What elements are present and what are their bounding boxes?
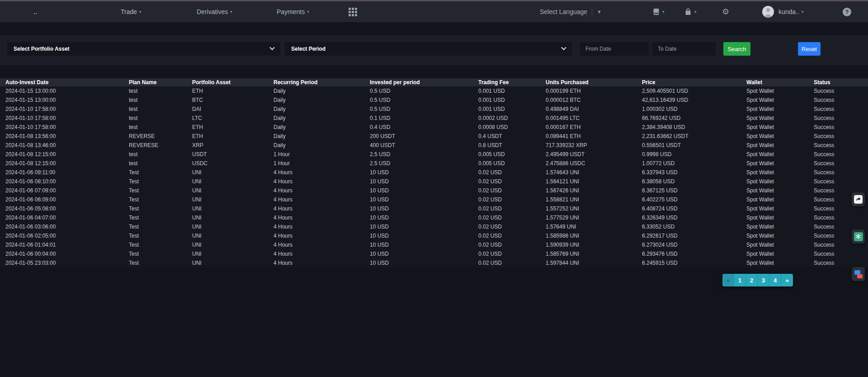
help-icon: ? bbox=[843, 8, 851, 16]
nav-item-trade-label: Trade bbox=[121, 8, 137, 15]
cell-auto-invest-date: 2024-01-08 13:46:00 bbox=[5, 142, 129, 148]
table-row: 2024-01-06 07:09:00 Test UNI 4 Hours 10 … bbox=[0, 186, 868, 195]
logo[interactable]: .. bbox=[33, 1, 38, 22]
cell-trading-fee: 0.8 USDT bbox=[478, 142, 546, 148]
cell-portfolio-asset: BTC bbox=[192, 97, 274, 103]
table-body: 2024-01-15 13:00:00 test ETH Daily 0.5 U… bbox=[0, 86, 868, 267]
separator bbox=[592, 8, 592, 15]
apps-grid-button[interactable] bbox=[349, 1, 357, 22]
col-invested-per-period: Invested per period bbox=[370, 79, 478, 86]
search-button[interactable]: Search bbox=[723, 42, 750, 56]
cell-plan-name: Test bbox=[129, 224, 192, 230]
cell-invested-per-period: 2.5 USD bbox=[370, 160, 478, 167]
cell-trading-fee: 0.0002 USD bbox=[478, 115, 546, 121]
pagination-page-4[interactable]: 4 bbox=[769, 274, 781, 286]
cell-plan-name: Test bbox=[129, 260, 192, 266]
cell-plan-name: test bbox=[129, 115, 192, 121]
cell-status: Success bbox=[814, 160, 868, 167]
chevron-down-icon bbox=[269, 45, 274, 50]
cell-units-purchased: 1.585769 UNI bbox=[546, 251, 642, 257]
cell-status: Success bbox=[814, 88, 868, 94]
cell-price: 6.273024 USD bbox=[642, 242, 746, 248]
table-row: 2024-01-06 00:04:00 Test UNI 4 Hours 10 … bbox=[0, 249, 868, 258]
bag-icon bbox=[684, 8, 692, 16]
cell-price: 6.367125 USD bbox=[642, 187, 746, 194]
cell-auto-invest-date: 2024-01-06 03:06:00 bbox=[5, 224, 129, 230]
cell-wallet: Spot Wallet bbox=[746, 215, 814, 221]
cell-recurring-period: 1 Hour bbox=[274, 151, 370, 157]
table-row: 2024-01-08 12:15:00 test USDT 1 Hour 2.5… bbox=[0, 150, 868, 159]
nav-item-derivatives[interactable]: Derivatives ▾ bbox=[197, 1, 232, 22]
cell-portfolio-asset: USDT bbox=[192, 151, 274, 157]
from-date-input[interactable] bbox=[580, 42, 649, 56]
cell-units-purchased: 0.000199 ETH bbox=[546, 88, 642, 94]
user-avatar[interactable] bbox=[762, 1, 774, 22]
cell-recurring-period: Daily bbox=[274, 115, 370, 121]
grid-menu-icon bbox=[349, 8, 357, 16]
cell-status: Success bbox=[814, 215, 868, 221]
cell-trading-fee: 0.005 USD bbox=[478, 160, 546, 167]
cell-price: 6.337943 USD bbox=[642, 169, 746, 176]
pagination-prev-button[interactable]: « bbox=[722, 274, 734, 286]
cell-units-purchased: 717.339232 XRP bbox=[546, 142, 642, 148]
wallet-menu-button[interactable]: ▾ bbox=[684, 1, 697, 22]
user-menu[interactable]: kunda.. ▾ bbox=[778, 1, 803, 22]
cell-invested-per-period: 0.1 USD bbox=[370, 115, 478, 121]
nav-item-trade[interactable]: Trade ▾ bbox=[121, 1, 142, 22]
cell-portfolio-asset: UNI bbox=[192, 178, 274, 185]
cell-auto-invest-date: 2024-01-08 12:15:00 bbox=[5, 151, 129, 157]
portfolio-asset-select[interactable]: Select Portfolio Asset bbox=[7, 42, 280, 56]
cell-plan-name: REVERSE bbox=[129, 133, 192, 139]
cell-status: Success bbox=[814, 205, 868, 212]
pagination-page-3[interactable]: 3 bbox=[758, 274, 769, 286]
cell-auto-invest-date: 2024-01-05 23:03:00 bbox=[5, 260, 129, 266]
cell-units-purchased: 1.557252 UNI bbox=[546, 205, 642, 212]
cell-portfolio-asset: UNI bbox=[192, 260, 274, 266]
help-button[interactable]: ? bbox=[843, 1, 851, 22]
col-price: Price bbox=[642, 79, 746, 86]
cell-units-purchased: 1.577529 UNI bbox=[546, 215, 642, 221]
col-recurring-period: Recurring Period bbox=[274, 79, 370, 86]
cell-wallet: Spot Wallet bbox=[746, 178, 814, 185]
cell-wallet: Spot Wallet bbox=[746, 106, 814, 112]
cell-portfolio-asset: DAI bbox=[192, 106, 274, 112]
dropdown-triangle-icon: ▼ bbox=[597, 9, 602, 14]
cell-trading-fee: 0.02 USD bbox=[478, 233, 546, 239]
col-plan-name: Plan Name bbox=[129, 79, 192, 86]
cell-status: Success bbox=[814, 260, 868, 266]
cell-trading-fee: 0.4 USDT bbox=[478, 133, 546, 139]
orders-menu-button[interactable]: ▾ bbox=[652, 1, 665, 22]
cell-trading-fee: 0.02 USD bbox=[478, 251, 546, 257]
share-extension-button[interactable] bbox=[852, 192, 865, 206]
cell-recurring-period: 1 Hour bbox=[274, 160, 370, 167]
book-icon bbox=[652, 8, 660, 16]
table-row: 2024-01-06 01:04:01 Test UNI 4 Hours 10 … bbox=[0, 240, 868, 249]
pagination-next-button[interactable]: » bbox=[781, 274, 793, 286]
reset-button[interactable]: Reset bbox=[798, 42, 821, 56]
chat-extension-button[interactable] bbox=[852, 267, 865, 281]
cell-portfolio-asset: XRP bbox=[192, 142, 274, 148]
to-date-input[interactable] bbox=[652, 42, 716, 56]
cell-plan-name: Test bbox=[129, 251, 192, 257]
period-select[interactable]: Select Period bbox=[285, 42, 572, 56]
cell-portfolio-asset: UNI bbox=[192, 187, 274, 194]
language-selector[interactable]: Select Language ▼ bbox=[540, 1, 602, 22]
cell-auto-invest-date: 2024-01-10 17:58:00 bbox=[5, 124, 129, 130]
pagination-page-2[interactable]: 2 bbox=[746, 274, 758, 286]
cell-invested-per-period: 10 USD bbox=[370, 233, 478, 239]
cell-units-purchased: 0.498849 DAI bbox=[546, 106, 642, 112]
nav-item-derivatives-label: Derivatives bbox=[197, 8, 228, 15]
settings-gear-icon[interactable]: ⚙ bbox=[722, 1, 729, 22]
table-row: 2024-01-15 13:00:00 test BTC Daily 0.5 U… bbox=[0, 95, 868, 105]
cell-invested-per-period: 10 USD bbox=[370, 251, 478, 257]
cell-units-purchased: 1.597844 UNI bbox=[546, 260, 642, 266]
cell-portfolio-asset: ETH bbox=[192, 133, 274, 139]
assistant-extension-button[interactable] bbox=[852, 229, 865, 243]
cell-wallet: Spot Wallet bbox=[746, 233, 814, 239]
nav-item-payments[interactable]: Payments ▾ bbox=[277, 1, 309, 22]
cell-portfolio-asset: UNI bbox=[192, 205, 274, 212]
table-header-row: Auto-Invest Date Plan Name Portfolio Ass… bbox=[0, 78, 868, 86]
pagination-page-1[interactable]: 1 bbox=[734, 274, 746, 286]
cell-recurring-period: 4 Hours bbox=[274, 187, 370, 194]
cell-invested-per-period: 0.5 USD bbox=[370, 88, 478, 94]
